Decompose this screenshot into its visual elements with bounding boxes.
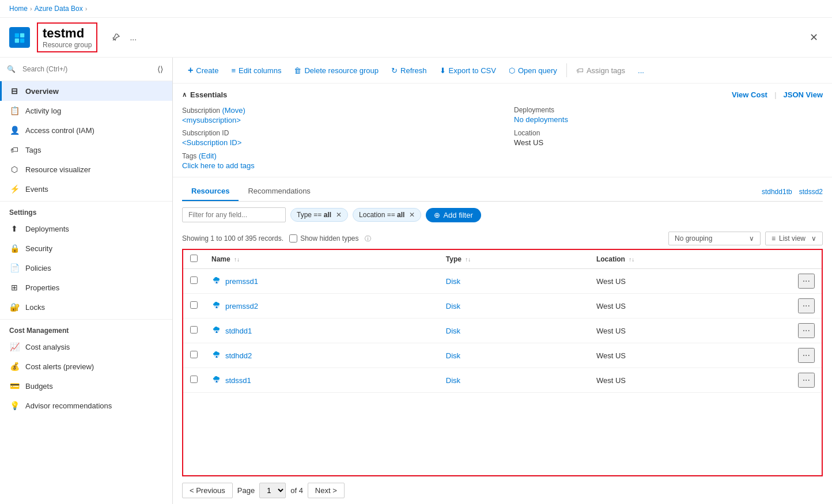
subscription-id-link[interactable]: <Subscription ID> <box>182 138 241 147</box>
name-column-header[interactable]: Name ↑↓ <box>205 250 439 269</box>
sidebar-item-activity-log[interactable]: 📋Activity log <box>0 101 172 120</box>
sidebar-item-resource-visualizer[interactable]: ⬡Resource visualizer <box>0 160 172 179</box>
search-input[interactable] <box>18 62 153 76</box>
row-actions-row1[interactable]: ··· <box>798 274 815 289</box>
essentials-location: Location West US <box>514 129 823 147</box>
row-checkbox-row1[interactable] <box>190 276 198 284</box>
resources-table-scroll[interactable]: Name ↑↓ Type ↑↓ Location ↑↓ <box>183 250 822 475</box>
sidebar-item-security[interactable]: 🔒Security <box>0 238 172 258</box>
sidebar-item-advisor-recommendations[interactable]: 💡Advisor recommendations <box>0 396 172 415</box>
resource-name-row5[interactable]: stdssd1 <box>211 375 432 385</box>
close-button[interactable]: ✕ <box>805 29 823 46</box>
resource-type-row3[interactable]: Disk <box>446 327 460 335</box>
sidebar-item-label-cost-analysis: Cost analysis <box>25 343 70 351</box>
suggestion-stdssd2[interactable]: stdssd2 <box>799 188 823 196</box>
export-button[interactable]: ⬇ Export to CSV <box>434 63 502 78</box>
table-row: stdhdd1DiskWest US··· <box>183 319 822 343</box>
add-filter-button[interactable]: ⊕ Add filter <box>426 208 481 222</box>
tab-resources[interactable]: Resources <box>182 182 239 201</box>
tags-edit-link[interactable]: (Edit) <box>199 151 217 160</box>
resource-name-row4[interactable]: stdhdd2 <box>211 350 432 361</box>
settings-section-title: Settings <box>0 201 172 219</box>
open-query-icon: ⬡ <box>509 66 515 75</box>
sidebar-item-tags[interactable]: 🏷Tags <box>0 140 172 160</box>
row-actions-row3[interactable]: ··· <box>798 323 815 338</box>
resource-type-row5[interactable]: Disk <box>446 376 460 385</box>
more-button[interactable]: ... <box>127 31 139 44</box>
subscription-move-link[interactable]: (Move) <box>222 106 245 115</box>
pagination-row: < Previous Page 1 2 3 4 of 4 Next > <box>182 476 823 504</box>
view-cost-link[interactable]: View Cost <box>732 90 767 99</box>
resource-type-row2[interactable]: Disk <box>446 302 460 310</box>
select-all-checkbox[interactable] <box>190 255 198 262</box>
sidebar-item-overview[interactable]: ⊟Overview <box>0 81 172 101</box>
export-icon: ⬇ <box>440 66 446 75</box>
row-checkbox-row3[interactable] <box>190 326 198 334</box>
open-query-button[interactable]: ⬡ Open query <box>503 63 563 78</box>
assign-tags-button[interactable]: 🏷 Assign tags <box>570 63 631 78</box>
create-button[interactable]: + Create <box>182 62 224 78</box>
filter-tag-location-close[interactable]: ✕ <box>409 211 415 219</box>
sidebar-item-label-access-control: Access control (IAM) <box>25 126 94 135</box>
grouping-select[interactable]: No grouping ∨ <box>668 232 761 245</box>
delete-button[interactable]: 🗑 Delete resource group <box>288 63 384 78</box>
more-options-icon: ... <box>638 66 644 75</box>
row-actions-row4[interactable]: ··· <box>798 348 815 363</box>
filter-input[interactable] <box>182 207 286 222</box>
more-options-button[interactable]: ... <box>632 63 650 78</box>
info-icon[interactable]: ⓘ <box>365 234 371 243</box>
sidebar-collapse-button[interactable]: ⟨⟩ <box>155 65 165 74</box>
access-control-icon: 👤 <box>9 125 20 135</box>
show-hidden-label[interactable]: Show hidden types <box>289 234 358 242</box>
sidebar-item-cost-analysis[interactable]: 📈Cost analysis <box>0 337 172 357</box>
suggestion-stdhdd1tb[interactable]: stdhdd1tb <box>762 188 792 196</box>
sidebar-item-events[interactable]: ⚡Events <box>0 179 172 199</box>
sidebar-item-cost-alerts[interactable]: 💰Cost alerts (preview) <box>0 357 172 376</box>
edit-columns-icon: ≡ <box>231 66 236 75</box>
subscription-value-link[interactable]: <mysubscription> <box>182 116 241 124</box>
breadcrumb-azure-data-box[interactable]: Azure Data Box <box>35 5 83 13</box>
sidebar-item-label-tags: Tags <box>25 146 41 154</box>
sidebar-item-policies[interactable]: 📄Policies <box>0 258 172 278</box>
resource-name-row1[interactable]: premssd1 <box>211 276 432 286</box>
breadcrumb: Home › Azure Data Box › <box>0 0 832 18</box>
previous-button[interactable]: < Previous <box>182 483 233 498</box>
page-select[interactable]: 1 2 3 4 <box>259 483 286 498</box>
sidebar-item-label-cost-alerts: Cost alerts (preview) <box>25 362 94 371</box>
resource-name-row3[interactable]: stdhdd1 <box>211 325 432 336</box>
row-checkbox-row2[interactable] <box>190 301 198 309</box>
refresh-button[interactable]: ↻ Refresh <box>385 63 433 78</box>
sidebar-item-locks[interactable]: 🔐Locks <box>0 297 172 317</box>
sidebar-item-access-control[interactable]: 👤Access control (IAM) <box>0 120 172 140</box>
add-tags-link[interactable]: Click here to add tags <box>182 161 255 170</box>
row-checkbox-row5[interactable] <box>190 376 198 383</box>
sidebar-item-properties[interactable]: ⊞Properties <box>0 278 172 297</box>
resource-type-row1[interactable]: Disk <box>446 277 460 286</box>
list-view-select[interactable]: ≡ List view ∨ <box>765 232 823 245</box>
edit-columns-button[interactable]: ≡ Edit columns <box>225 63 287 78</box>
no-deployments-link[interactable]: No deployments <box>514 115 568 124</box>
resource-name-row2[interactable]: premssd2 <box>211 301 432 311</box>
breadcrumb-home[interactable]: Home <box>9 5 28 13</box>
tab-recommendations[interactable]: Recommendations <box>239 182 319 201</box>
location-column-header[interactable]: Location ↑↓ <box>589 250 791 269</box>
json-view-link[interactable]: JSON View <box>784 90 823 99</box>
sidebar-search-container: 🔍 ⟨⟩ <box>0 58 172 81</box>
essentials-toggle[interactable]: ∧ <box>182 91 187 98</box>
sidebar-item-budgets[interactable]: 💳Budgets <box>0 376 172 396</box>
events-icon: ⚡ <box>9 184 20 194</box>
advisor-recommendations-icon: 💡 <box>9 400 20 411</box>
next-button[interactable]: Next > <box>308 483 345 498</box>
essentials-deployments: Deployments No deployments <box>514 106 823 124</box>
filter-tag-type-close[interactable]: ✕ <box>336 211 342 219</box>
pin-button[interactable] <box>109 31 123 44</box>
show-hidden-checkbox[interactable] <box>289 234 297 242</box>
type-column-header[interactable]: Type ↑↓ <box>439 250 589 269</box>
resource-type-row4[interactable]: Disk <box>446 351 460 360</box>
row-checkbox-row4[interactable] <box>190 351 198 358</box>
header-actions: ... <box>109 31 139 44</box>
row-actions-row5[interactable]: ··· <box>798 373 815 388</box>
row-actions-row2[interactable]: ··· <box>798 298 815 313</box>
sidebar-item-deployments[interactable]: ⬆Deployments <box>0 219 172 238</box>
delete-icon: 🗑 <box>294 66 301 75</box>
